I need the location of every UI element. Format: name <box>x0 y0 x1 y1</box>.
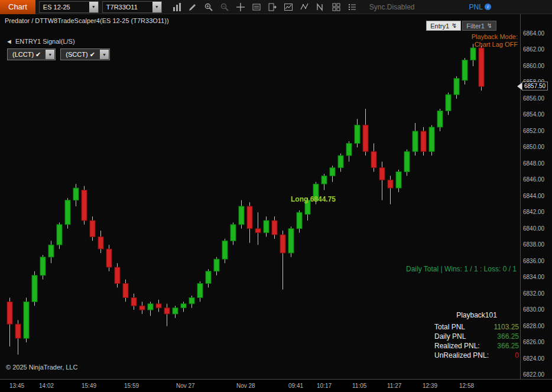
price-tick-label: 6860.00 <box>523 63 544 69</box>
mini-chart-icon[interactable] <box>283 2 294 12</box>
time-tick-label: 15:59 <box>124 383 139 389</box>
playback-mode-line2: Chart Lag OFF <box>472 41 518 48</box>
candle-body <box>388 180 393 188</box>
time-tick-label: Nov 27 <box>176 383 195 389</box>
instrument-value: ES 12-25 <box>40 2 89 12</box>
data-box-icon[interactable] <box>251 2 262 12</box>
candle-body <box>197 283 203 297</box>
candle-body <box>297 212 302 229</box>
pnl-row: Total PNL1103.25 <box>434 322 519 332</box>
price-tick-label: 6828.00 <box>523 323 544 329</box>
chart-row: Predator / DTTW8TradeScalper4(ES 12-25 (… <box>0 14 552 379</box>
candle-body <box>181 304 186 308</box>
ninjatrader-chart-window: Chart ES 12-25 ▼ T7R33O11 ▼ <box>0 0 552 392</box>
list-icon[interactable] <box>347 2 358 12</box>
chevron-down-icon: ▼ <box>89 2 98 12</box>
crosshair-icon[interactable] <box>235 2 246 12</box>
long-entry-marker: Long 6844.75 <box>291 195 336 203</box>
candle-body <box>264 221 269 233</box>
chevron-down-icon: ▼ <box>100 50 109 59</box>
signal-text: ENTRY1 Signal(L/S) <box>15 38 75 45</box>
pnl-row-value: 0 <box>515 351 519 360</box>
chevron-down-icon: ▼ <box>46 50 54 59</box>
zoom-out-icon[interactable] <box>219 2 230 12</box>
scct-select[interactable]: (SCCT) ✔ ▼ <box>60 48 110 60</box>
instrument-select[interactable]: ES 12-25 ▼ <box>39 1 99 13</box>
price-tick-label: 6832.00 <box>523 290 544 297</box>
candle-body <box>330 168 335 176</box>
candle-body <box>272 221 277 235</box>
price-tick-label: 6842.00 <box>523 209 544 215</box>
candle-body <box>280 235 285 253</box>
pnl-row-value: 1103.25 <box>494 322 519 332</box>
price-tick-label: 6854.00 <box>523 111 544 118</box>
daily-total-stats: Daily Total | Wins: 1 / 1 : Loss: 0 / 1 <box>406 265 517 273</box>
candle-body <box>346 144 352 156</box>
candle-body <box>396 172 401 189</box>
time-tick-label: 12:39 <box>423 383 437 389</box>
candle-body <box>421 131 426 151</box>
scct-value: (SCCT) ✔ <box>61 51 100 59</box>
candle-body <box>462 60 467 80</box>
grid-icon[interactable] <box>331 2 342 12</box>
zoom-in-icon[interactable] <box>203 2 214 12</box>
candle-body <box>173 308 178 314</box>
price-tick-label: 6830.00 <box>523 306 544 313</box>
drawing-tools-icon[interactable] <box>187 2 198 12</box>
account-name: Playback101 <box>434 311 519 319</box>
candle-body <box>73 188 79 200</box>
account-select[interactable]: T7R33O11 ▼ <box>102 1 162 13</box>
pattern-icon[interactable] <box>315 2 326 12</box>
candle-body <box>355 125 360 144</box>
time-tick-label: 11:27 <box>387 383 401 389</box>
price-tick-label: 6840.00 <box>523 225 544 232</box>
candle-body <box>429 127 434 151</box>
zigzag-icon[interactable] <box>299 2 310 12</box>
chevron-down-icon: ▼ <box>152 2 161 12</box>
pnl-panel: Playback101 Total PNL1103.25Daily PNL366… <box>434 311 519 360</box>
candle-body <box>222 241 228 259</box>
candle-body <box>57 225 62 245</box>
chart-area[interactable]: Predator / DTTW8TradeScalper4(ES 12-25 (… <box>0 14 520 379</box>
price-tick-label: 6846.00 <box>523 176 544 183</box>
chart-trader-icon[interactable] <box>267 2 278 12</box>
candle-body <box>371 151 376 168</box>
candle-body <box>82 190 87 221</box>
candle-body <box>148 304 153 310</box>
price-tick-label: 6864.00 <box>523 30 544 37</box>
candle-body <box>48 245 54 257</box>
entry1-tab[interactable]: Entry1 ↯ <box>426 21 461 31</box>
candle-body <box>40 257 46 276</box>
time-tick-label: 09:41 <box>288 383 303 389</box>
collapse-left-icon[interactable]: ◄ <box>6 38 12 45</box>
lightning-icon: ↯ <box>452 22 457 30</box>
time-tick-label: 14:02 <box>39 383 54 389</box>
candle-body <box>90 221 95 237</box>
candle-body <box>123 283 128 297</box>
last-price-marker: 6857.50 <box>522 82 548 90</box>
candle-body <box>156 304 161 308</box>
pnl-rows: Total PNL1103.25Daily PNL366.25Realized … <box>434 322 519 360</box>
price-tick-label: 6848.00 <box>523 160 544 167</box>
chart-tab[interactable]: Chart <box>0 0 35 14</box>
pnl-row: Realized PNL:366.25 <box>434 341 519 351</box>
time-axis[interactable]: 13:4514:0215:4915:59Nov 27Nov 2809:4110:… <box>0 379 552 392</box>
price-tick-label: 6836.00 <box>523 258 544 264</box>
candle-body <box>214 259 219 271</box>
filter1-tab[interactable]: Filter1 ↯ <box>462 21 496 31</box>
playback-mode-status: Playback Mode: Chart Lag OFF <box>472 33 518 48</box>
toolbar: Chart ES 12-25 ▼ T7R33O11 ▼ <box>0 0 552 14</box>
candle-body <box>189 298 194 304</box>
pnl-label: PNL <box>469 3 483 11</box>
price-axis[interactable]: 6864.006862.006860.006858.006856.006854.… <box>520 14 552 379</box>
price-tick-label: 6838.00 <box>523 241 544 248</box>
chart-style-icon[interactable] <box>171 2 182 12</box>
chart-title: Predator / DTTW8TradeScalper4(ES 12-25 (… <box>5 17 169 24</box>
price-tick-label: 6850.00 <box>523 144 544 150</box>
entry1-label: Entry1 <box>430 22 449 30</box>
pnl-button[interactable]: PNL i <box>469 3 491 11</box>
candle-body <box>230 225 236 241</box>
account-value: T7R33O11 <box>103 2 152 12</box>
lcct-select[interactable]: (LCCT) ✔ ▼ <box>7 48 56 60</box>
pnl-row-value: 366.25 <box>497 341 519 351</box>
